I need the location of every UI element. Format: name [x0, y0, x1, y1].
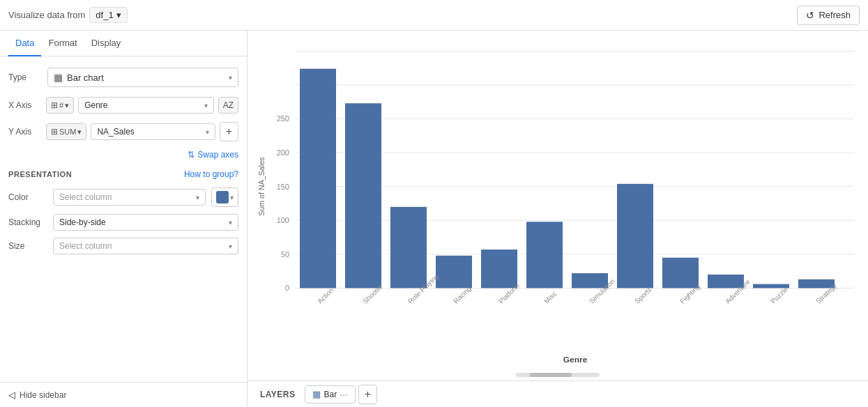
scrollbar-track	[516, 373, 600, 377]
xaxis-type-chevron: ▾	[65, 101, 69, 110]
svg-text:250: 250	[277, 115, 289, 123]
stacking-label: Stacking	[8, 217, 47, 227]
bar-chart-svg: 0 50 100 150 200 250 Sum of NA_Sales	[254, 38, 861, 369]
svg-text:Genre: Genre	[563, 355, 588, 364]
hide-sidebar-btn[interactable]: ◁ Hide sidebar	[0, 382, 247, 407]
size-chevron: ▾	[229, 243, 232, 250]
sort-icon: AZ	[223, 100, 234, 110]
xaxis-sort-btn[interactable]: AZ	[218, 97, 238, 114]
xaxis-field-select[interactable]: Genre ▾	[78, 97, 214, 114]
sidebar-tabs: Data Format Display	[0, 31, 247, 56]
size-placeholder: Select column	[59, 241, 226, 251]
presentation-header: PRESENTATION How to group?	[8, 169, 238, 179]
layers-label: LAYERS	[253, 390, 302, 399]
svg-text:Sports: Sports	[633, 286, 653, 305]
tab-display[interactable]: Display	[84, 31, 128, 56]
swap-label: Swap axes	[197, 150, 238, 160]
refresh-label: Refresh	[818, 10, 851, 20]
how-to-group-link[interactable]: How to group?	[184, 169, 238, 179]
svg-rect-15	[300, 69, 336, 289]
tab-format[interactable]: Format	[41, 31, 84, 56]
hide-sidebar-icon: ◁	[8, 390, 15, 400]
tab-dots: ···	[340, 389, 348, 400]
sidebar: Data Format Display Type ▦ Bar chart ▾	[0, 31, 248, 407]
size-label: Size	[8, 241, 47, 251]
add-tab-icon: +	[365, 388, 371, 401]
yaxis-field-chevron: ▾	[206, 128, 209, 136]
bottom-tabs: LAYERS ▦ Bar ··· +	[248, 381, 868, 407]
color-swatch	[216, 191, 229, 204]
svg-rect-23	[662, 258, 699, 289]
color-label: Color	[8, 192, 47, 202]
refresh-icon: ↺	[806, 10, 814, 21]
main-layout: Data Format Display Type ▦ Bar chart ▾	[0, 31, 868, 407]
top-bar: Visualize data from df_1 ▾ ↺ Refresh	[0, 0, 868, 31]
yaxis-agg-label: SUM	[59, 128, 76, 136]
type-label: Type	[8, 72, 42, 82]
svg-rect-17	[390, 207, 427, 289]
yaxis-add-btn[interactable]: +	[220, 122, 238, 141]
tab-data[interactable]: Data	[8, 31, 41, 56]
yaxis-label: Y Axis	[8, 127, 42, 137]
bar-tab-icon: ▦	[312, 389, 321, 399]
svg-text:Sum of NA_Sales: Sum of NA_Sales	[257, 157, 266, 216]
color-swatch-btn[interactable]: ▾	[211, 187, 238, 207]
yaxis-agg-btn[interactable]: ⊞ SUM ▾	[46, 123, 86, 140]
stacking-value: Side-by-side	[59, 217, 226, 227]
yaxis-row: Y Axis ⊞ SUM ▾ NA_Sales ▾ +	[8, 122, 238, 141]
color-select-chevron: ▾	[196, 194, 199, 201]
svg-text:50: 50	[281, 250, 289, 259]
svg-rect-22	[617, 184, 653, 289]
df-dropdown[interactable]: df_1 ▾	[89, 7, 127, 23]
type-chevron-icon: ▾	[229, 74, 232, 82]
size-select[interactable]: Select column ▾	[53, 238, 238, 254]
chart-area: 0 50 100 150 200 250 Sum of NA_Sales	[248, 31, 868, 407]
xaxis-field-label: Genre	[84, 100, 201, 110]
visualize-text: Visualize data from	[8, 10, 85, 20]
svg-text:Misc: Misc	[542, 290, 558, 305]
sidebar-content: Type ▦ Bar chart ▾ X Axis ⊞ # ▾ Genre ▾	[0, 56, 247, 382]
hash-label: #	[59, 101, 63, 109]
svg-text:100: 100	[277, 216, 289, 224]
svg-rect-16	[345, 103, 381, 288]
swap-icon: ⇅	[188, 150, 195, 160]
xaxis-row: X Axis ⊞ # ▾ Genre ▾ AZ	[8, 97, 238, 114]
xaxis-type-btn[interactable]: ⊞ # ▾	[46, 97, 74, 114]
presentation-title: PRESENTATION	[8, 170, 72, 178]
stacking-row: Stacking Side-by-side ▾	[8, 214, 238, 231]
plus-icon: +	[226, 125, 232, 138]
svg-rect-19	[481, 249, 517, 288]
yaxis-agg-chevron: ▾	[77, 128, 82, 137]
table-icon: ⊞	[51, 100, 58, 110]
svg-text:0: 0	[285, 284, 289, 292]
scrollbar-thumb[interactable]	[530, 373, 572, 377]
yaxis-field-select[interactable]: NA_Sales ▾	[91, 123, 215, 140]
xaxis-label: X Axis	[8, 100, 42, 110]
type-select[interactable]: ▦ Bar chart ▾	[47, 68, 238, 87]
chart-scrollbar[interactable]	[248, 369, 868, 381]
yaxis-field-label: NA_Sales	[97, 127, 202, 137]
stacking-select[interactable]: Side-by-side ▾	[53, 214, 238, 231]
type-row: Type ▦ Bar chart ▾	[8, 68, 238, 87]
df-label: df_1	[96, 10, 113, 20]
add-tab-btn[interactable]: +	[358, 385, 377, 404]
svg-rect-20	[526, 222, 563, 288]
color-select[interactable]: Select column ▾	[53, 189, 206, 206]
bar-tab-label: Bar	[323, 390, 337, 399]
bar-chart-tab[interactable]: ▦ Bar ···	[305, 385, 355, 404]
table-icon2: ⊞	[51, 127, 58, 137]
bar-chart-icon: ▦	[54, 72, 63, 83]
refresh-button[interactable]: ↺ Refresh	[797, 6, 860, 25]
visualize-label-group: Visualize data from df_1 ▾	[8, 7, 128, 23]
color-swatch-chevron: ▾	[230, 194, 234, 201]
svg-rect-18	[436, 256, 472, 289]
swap-axes-btn[interactable]: ⇅ Swap axes	[188, 150, 238, 160]
svg-text:Action: Action	[316, 286, 335, 305]
hide-sidebar-label: Hide sidebar	[20, 390, 66, 400]
type-value: Bar chart	[67, 72, 224, 83]
size-row: Size Select column ▾	[8, 238, 238, 254]
color-row: Color Select column ▾ ▾	[8, 187, 238, 207]
chevron-down-icon: ▾	[116, 10, 121, 20]
xaxis-field-chevron: ▾	[204, 102, 208, 109]
svg-text:150: 150	[277, 183, 289, 191]
